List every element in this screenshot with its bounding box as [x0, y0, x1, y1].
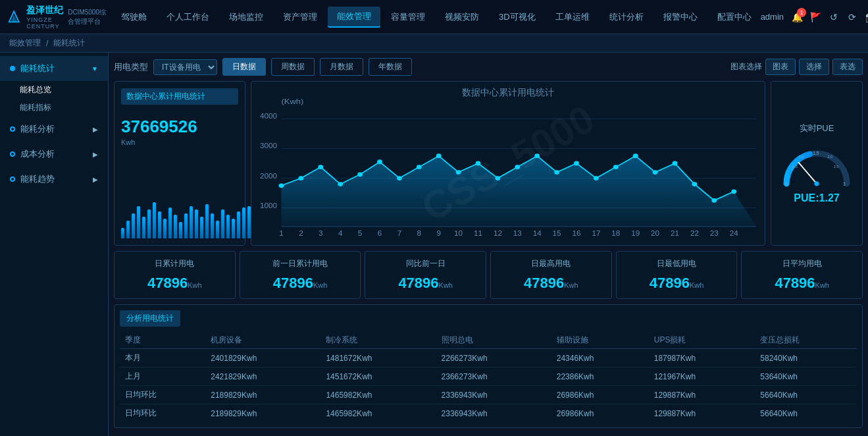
table-select-btn[interactable]: 表选	[832, 59, 863, 75]
svg-text:24: 24	[730, 230, 738, 237]
svg-point-16	[338, 182, 343, 186]
svg-point-14	[299, 176, 304, 180]
sidebar-sub-overview[interactable]: 能耗总览	[0, 81, 108, 99]
col-ups: UPS损耗	[649, 332, 755, 349]
mini-bar	[121, 228, 124, 239]
mini-bar	[184, 213, 188, 239]
svg-text:3: 3	[843, 182, 846, 186]
nav-item-energy[interactable]: 能效管理	[328, 7, 380, 28]
stat-daily: 日累计用电 47896Kwh	[114, 251, 236, 299]
sync-icon[interactable]: ⟳	[846, 11, 859, 24]
nav-item-monitor[interactable]: 场地监控	[220, 7, 272, 27]
center-chart: 数据中心累计用电统计 CSS_5000 (Kwh) 4000 3000 2000…	[251, 81, 765, 246]
svg-text:4000: 4000	[260, 113, 277, 120]
sidebar-label-trend: 能耗趋势	[20, 173, 55, 185]
sidebar-sub-index[interactable]: 能耗指标	[0, 99, 108, 117]
sidebar-item-trend[interactable]: 能耗趋势 ▶	[0, 167, 108, 192]
notification-icon[interactable]: 🔔 1	[790, 11, 804, 24]
analysis-body: 本月2401829Kwh1481672Kwh2266273Kwh24346Kwh…	[120, 349, 857, 423]
username: admin	[761, 12, 784, 22]
flag-icon[interactable]: 🚩	[809, 11, 822, 24]
mini-bar-chart	[121, 199, 238, 238]
svg-text:15: 15	[553, 230, 561, 237]
chart-view-btn[interactable]: 图表	[765, 59, 796, 75]
system-name: DCIM5000综合管理平台	[68, 8, 112, 26]
nav-item-cockpit[interactable]: 驾驶舱	[112, 7, 156, 27]
svg-point-29	[594, 176, 599, 180]
mini-bar	[158, 211, 161, 238]
cell-value: 2401829Kwh	[205, 349, 320, 368]
sidebar-item-energy-stats[interactable]: 能耗统计 ▼	[0, 56, 108, 81]
stat-max: 日最高用电 47896Kwh	[490, 251, 612, 299]
col-aux: 辅助设施	[551, 332, 649, 349]
cell-value: 2336943Kwh	[436, 404, 551, 423]
mini-bar	[174, 215, 177, 238]
cell-value: 2189829Kwh	[205, 386, 320, 404]
col-lighting: 照明总电	[436, 332, 551, 349]
cell-period: 本月	[120, 349, 205, 368]
svg-text:1.5: 1.5	[813, 151, 819, 155]
mini-bar	[142, 217, 145, 238]
notification-badge: 1	[797, 8, 806, 17]
sidebar-label-energy-analysis: 能耗分析	[20, 123, 55, 135]
svg-point-32	[653, 170, 658, 175]
svg-text:2: 2	[299, 230, 303, 237]
tab-weekly[interactable]: 周数据	[271, 58, 315, 76]
svg-text:16: 16	[572, 230, 580, 237]
mini-bar	[211, 213, 214, 239]
svg-point-23	[476, 161, 481, 166]
camera-icon[interactable]: 📷	[864, 11, 868, 24]
chevron-right-icon-3: ▶	[93, 176, 98, 183]
select-btn[interactable]: 选择	[799, 59, 829, 75]
nav-item-video[interactable]: 视频安防	[436, 7, 488, 27]
svg-line-68	[799, 163, 817, 184]
cell-value: 129887Kwh	[649, 404, 755, 423]
svg-text:2.5: 2.5	[834, 165, 839, 169]
mini-bar	[190, 206, 193, 239]
cell-value: 2421829Kwh	[205, 368, 320, 386]
svg-point-19	[397, 176, 402, 180]
cell-value: 26986Kwh	[551, 404, 649, 423]
mini-bar	[126, 221, 130, 239]
stat-label-0: 日累计用电	[120, 258, 230, 269]
nav-item-3d[interactable]: 3D可视化	[490, 7, 545, 27]
nav-item-config[interactable]: 配置中心	[708, 7, 761, 27]
nav-item-assets[interactable]: 资产管理	[274, 7, 326, 27]
svg-text:10: 10	[454, 230, 463, 237]
mini-bar	[132, 213, 135, 239]
svg-text:8: 8	[417, 230, 422, 237]
nav-item-alarm[interactable]: 报警中心	[654, 7, 707, 27]
tab-yearly[interactable]: 年数据	[369, 58, 412, 76]
stat-yoy: 同比前一日 47896Kwh	[365, 251, 486, 299]
nav-item-workorder[interactable]: 工单运维	[546, 7, 599, 27]
svg-point-25	[515, 165, 520, 169]
sidebar-item-energy-analysis[interactable]: 能耗分析 ▶	[0, 117, 108, 142]
mini-bar	[226, 215, 230, 238]
chevron-right-icon: ▶	[93, 126, 98, 133]
nav-item-workbench[interactable]: 个人工作台	[157, 7, 218, 27]
stat-label-3: 日最高用电	[496, 258, 606, 269]
stat-value-2: 47896Kwh	[370, 275, 480, 292]
stat-label-4: 日最低用电	[622, 258, 732, 269]
nav-item-capacity[interactable]: 容量管理	[382, 7, 434, 27]
svg-point-20	[417, 165, 422, 169]
tab-daily[interactable]: 日数据	[222, 58, 266, 76]
sidebar-dot	[10, 66, 15, 71]
refresh-icon[interactable]: ↺	[827, 11, 840, 24]
type-select[interactable]: IT设备用电	[153, 59, 217, 75]
svg-point-33	[673, 161, 678, 166]
mini-bar	[195, 209, 198, 238]
nav-item-stats[interactable]: 统计分析	[600, 7, 653, 27]
stat-label-5: 日平均用电	[747, 258, 857, 269]
cell-value: 24346Kwh	[551, 349, 649, 368]
tab-monthly[interactable]: 月数据	[320, 58, 363, 76]
chevron-down-icon: ▼	[91, 65, 98, 72]
sidebar-item-cost[interactable]: 成本分析 ▶	[0, 142, 108, 167]
header-icons: 🔔 1 🚩 ↺ ⟳ 📷 ⬇ ⏻	[790, 11, 868, 24]
breadcrumb-sep: /	[46, 39, 48, 48]
svg-text:12: 12	[494, 230, 502, 237]
svg-text:23: 23	[710, 230, 719, 237]
stat-value-4: 47896Kwh	[622, 275, 732, 292]
breadcrumb-parent: 能效管理	[9, 38, 41, 49]
svg-text:22: 22	[690, 230, 699, 237]
